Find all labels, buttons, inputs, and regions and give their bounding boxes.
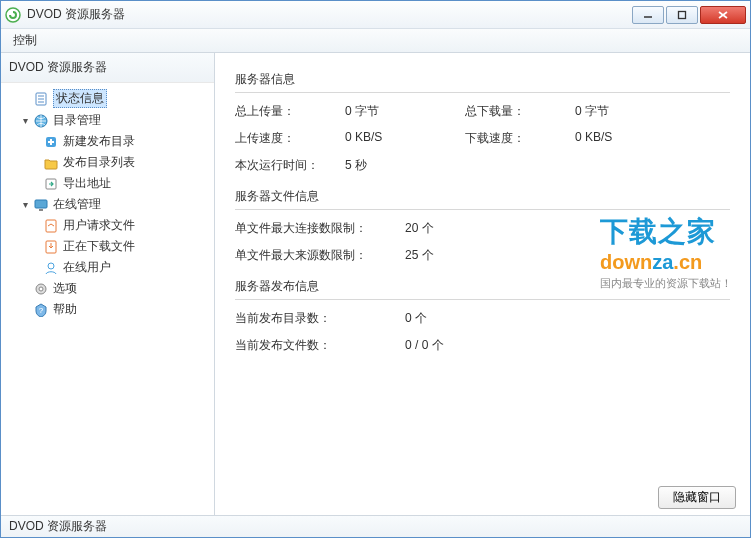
- tree-label: 新建发布目录: [63, 133, 135, 150]
- tree-label: 帮助: [53, 301, 77, 318]
- svg-point-20: [39, 287, 43, 291]
- download-icon: [43, 239, 59, 255]
- tree-label: 状态信息: [53, 89, 107, 108]
- window-buttons: [630, 6, 746, 24]
- tree-label: 导出地址: [63, 175, 111, 192]
- statusbar: DVOD 资源服务器: [1, 515, 750, 537]
- svg-point-0: [6, 8, 20, 22]
- tree-item-status[interactable]: 状态信息: [1, 87, 214, 110]
- divider: [235, 209, 730, 210]
- menu-control[interactable]: 控制: [7, 30, 43, 51]
- svg-rect-2: [679, 11, 686, 18]
- label-upload-speed: 上传速度：: [235, 130, 345, 147]
- section-file-info-title: 服务器文件信息: [235, 188, 730, 205]
- sidebar: DVOD 资源服务器 状态信息 ▾ 目录管理 新建发布目录: [1, 53, 215, 515]
- label-total-download: 总下载量：: [465, 103, 575, 120]
- divider: [235, 299, 730, 300]
- value-runtime: 5 秒: [345, 157, 465, 174]
- value-download-speed: 0 KB/S: [575, 130, 685, 147]
- tree-item-export-addr[interactable]: 导出地址: [1, 173, 214, 194]
- label-runtime: 本次运行时间：: [235, 157, 345, 174]
- tree-label: 用户请求文件: [63, 217, 135, 234]
- window-title: DVOD 资源服务器: [27, 6, 630, 23]
- svg-text:?: ?: [39, 306, 44, 315]
- tree-item-online-users[interactable]: 在线用户: [1, 257, 214, 278]
- document-icon: [33, 91, 49, 107]
- svg-rect-16: [46, 220, 56, 232]
- svg-point-18: [48, 263, 54, 269]
- value-dir-count: 0 个: [405, 310, 485, 327]
- label-file-count: 当前发布文件数：: [235, 337, 405, 354]
- body: DVOD 资源服务器 状态信息 ▾ 目录管理 新建发布目录: [1, 53, 750, 515]
- globe-icon: [33, 113, 49, 129]
- tree-label: 发布目录列表: [63, 154, 135, 171]
- section-publish-info-title: 服务器发布信息: [235, 278, 730, 295]
- gear-icon: [33, 281, 49, 297]
- chevron-down-icon: ▾: [19, 199, 31, 210]
- titlebar[interactable]: DVOD 资源服务器: [1, 1, 750, 29]
- server-info-grid: 总上传量： 0 字节 总下载量： 0 字节 上传速度： 0 KB/S 下载速度：…: [235, 103, 730, 174]
- monitor-icon: [33, 197, 49, 213]
- value-file-count: 0 / 0 个: [405, 337, 485, 354]
- value-total-upload: 0 字节: [345, 103, 465, 120]
- tree-item-user-req-files[interactable]: 用户请求文件: [1, 215, 214, 236]
- label-max-conn: 单文件最大连接数限制：: [235, 220, 405, 237]
- user-icon: [43, 260, 59, 276]
- file-request-icon: [43, 218, 59, 234]
- divider: [235, 92, 730, 93]
- tree-item-options[interactable]: 选项: [1, 278, 214, 299]
- sidebar-header: DVOD 资源服务器: [1, 53, 214, 83]
- tree-label: 在线管理: [53, 196, 101, 213]
- label-max-source: 单文件最大来源数限制：: [235, 247, 405, 264]
- tree-label: 选项: [53, 280, 77, 297]
- value-max-source: 25 个: [405, 247, 485, 264]
- value-total-download: 0 字节: [575, 103, 685, 120]
- tree-item-downloading-files[interactable]: 正在下载文件: [1, 236, 214, 257]
- label-dir-count: 当前发布目录数：: [235, 310, 405, 327]
- folder-icon: [43, 155, 59, 171]
- hide-window-button[interactable]: 隐藏窗口: [658, 486, 736, 509]
- label-download-speed: 下载速度：: [465, 130, 575, 147]
- plus-icon: [43, 134, 59, 150]
- tree-item-dir-mgmt[interactable]: ▾ 目录管理: [1, 110, 214, 131]
- export-icon: [43, 176, 59, 192]
- file-info-grid: 单文件最大连接数限制： 20 个 单文件最大来源数限制： 25 个: [235, 220, 730, 264]
- chevron-down-icon: ▾: [19, 115, 31, 126]
- statusbar-text: DVOD 资源服务器: [9, 518, 107, 535]
- minimize-button[interactable]: [632, 6, 664, 24]
- footer-button-row: 隐藏窗口: [658, 486, 736, 509]
- help-icon: ?: [33, 302, 49, 318]
- svg-rect-15: [39, 209, 43, 211]
- menubar: 控制: [1, 29, 750, 53]
- tree-item-online-mgmt[interactable]: ▾ 在线管理: [1, 194, 214, 215]
- tree-label: 正在下载文件: [63, 238, 135, 255]
- app-icon: [5, 7, 21, 23]
- tree-item-new-publish-dir[interactable]: 新建发布目录: [1, 131, 214, 152]
- tree-label: 目录管理: [53, 112, 101, 129]
- label-total-upload: 总上传量：: [235, 103, 345, 120]
- value-upload-speed: 0 KB/S: [345, 130, 465, 147]
- section-server-info-title: 服务器信息: [235, 71, 730, 88]
- maximize-button[interactable]: [666, 6, 698, 24]
- publish-info-grid: 当前发布目录数： 0 个 当前发布文件数： 0 / 0 个: [235, 310, 730, 354]
- tree-label: 在线用户: [63, 259, 111, 276]
- svg-rect-14: [35, 200, 47, 208]
- tree-item-help[interactable]: ? 帮助: [1, 299, 214, 320]
- nav-tree: 状态信息 ▾ 目录管理 新建发布目录 发布目录列表 导出地址: [1, 83, 214, 515]
- close-button[interactable]: [700, 6, 746, 24]
- content-pane: 服务器信息 总上传量： 0 字节 总下载量： 0 字节 上传速度： 0 KB/S…: [215, 53, 750, 515]
- value-max-conn: 20 个: [405, 220, 485, 237]
- tree-item-publish-dir-list[interactable]: 发布目录列表: [1, 152, 214, 173]
- app-window: DVOD 资源服务器 控制 DVOD 资源服务器 状态信息 ▾ 目录管理: [0, 0, 751, 538]
